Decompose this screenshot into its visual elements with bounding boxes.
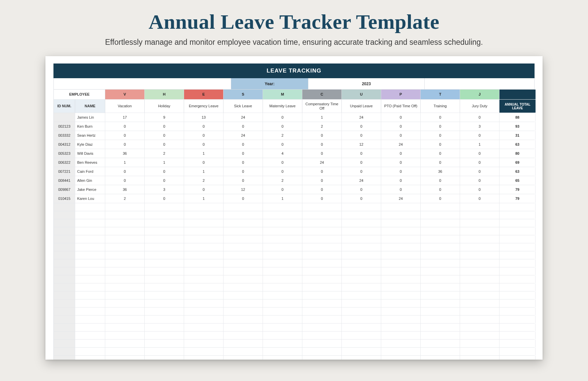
cell-empty[interactable]	[224, 307, 263, 315]
cell-empty[interactable]	[302, 299, 342, 307]
cell-value[interactable]: 0	[302, 176, 342, 185]
cell-value[interactable]: 1	[184, 167, 224, 176]
cell-empty[interactable]	[145, 315, 184, 323]
cell-empty[interactable]	[460, 332, 499, 339]
cell-empty[interactable]	[145, 211, 184, 219]
cell-empty[interactable]	[224, 203, 263, 211]
cell-empty[interactable]	[145, 332, 184, 339]
cell-empty[interactable]	[105, 307, 145, 315]
cell-empty[interactable]	[381, 235, 421, 243]
cell-empty[interactable]	[224, 219, 263, 227]
cell-empty[interactable]	[263, 235, 302, 243]
cell-empty[interactable]	[184, 203, 224, 211]
cell-value[interactable]: 0	[381, 185, 421, 194]
cell-empty[interactable]	[381, 275, 421, 283]
cell-empty[interactable]	[421, 348, 460, 355]
cell-empty[interactable]	[342, 259, 381, 267]
cell-value[interactable]: 0	[460, 185, 499, 194]
cell-empty[interactable]	[302, 283, 342, 291]
cell-empty[interactable]	[460, 315, 499, 323]
cell-empty[interactable]	[184, 340, 224, 347]
cell-empty[interactable]	[460, 251, 499, 259]
cell-empty[interactable]	[381, 283, 421, 291]
cell-empty[interactable]	[342, 211, 381, 219]
cell-empty[interactable]	[342, 275, 381, 283]
cell-value[interactable]: 1	[105, 158, 145, 167]
cell-value[interactable]: 13	[184, 113, 224, 122]
cell-empty[interactable]	[342, 243, 381, 251]
cell-empty[interactable]	[421, 259, 460, 267]
cell-empty[interactable]	[184, 315, 224, 323]
cell-empty[interactable]	[302, 291, 342, 299]
cell-value[interactable]: 0	[263, 122, 302, 131]
cell-empty[interactable]	[381, 251, 421, 259]
cell-empty[interactable]	[381, 259, 421, 267]
cell-empty[interactable]	[224, 315, 263, 323]
cell-empty[interactable]	[145, 243, 184, 251]
cell-value[interactable]: 0	[302, 149, 342, 158]
cell-empty[interactable]	[105, 348, 145, 355]
cell-empty[interactable]	[224, 283, 263, 291]
cell-empty[interactable]	[105, 243, 145, 251]
cell-value[interactable]: 0	[105, 167, 145, 176]
cell-value[interactable]: 0	[145, 131, 184, 140]
cell-value[interactable]: 0	[302, 167, 342, 176]
cell-empty[interactable]	[302, 227, 342, 235]
cell-empty[interactable]	[381, 211, 421, 219]
cell-empty[interactable]	[302, 203, 342, 211]
cell-empty[interactable]	[421, 324, 460, 331]
cell-value[interactable]: 2	[263, 131, 302, 140]
cell-value[interactable]: 0	[145, 176, 184, 185]
cell-value[interactable]: 0	[381, 158, 421, 167]
cell-empty[interactable]	[263, 227, 302, 235]
cell-empty[interactable]	[421, 275, 460, 283]
cell-value[interactable]: 24	[224, 131, 263, 140]
cell-empty[interactable]	[302, 356, 342, 360]
cell-empty[interactable]	[302, 340, 342, 347]
cell-empty[interactable]	[184, 211, 224, 219]
cell-empty[interactable]	[105, 356, 145, 360]
cell-empty[interactable]	[224, 340, 263, 347]
cell-value[interactable]: 0	[381, 167, 421, 176]
cell-value[interactable]: 0	[381, 149, 421, 158]
cell-value[interactable]: 0	[381, 176, 421, 185]
cell-empty[interactable]	[263, 356, 302, 360]
cell-empty[interactable]	[145, 267, 184, 275]
cell-value[interactable]: 0	[302, 185, 342, 194]
cell-value[interactable]: 0	[105, 176, 145, 185]
cell-value[interactable]: 0	[224, 167, 263, 176]
cell-value[interactable]: 24	[381, 194, 421, 203]
cell-empty[interactable]	[302, 315, 342, 323]
cell-empty[interactable]	[184, 243, 224, 251]
cell-value[interactable]: 0	[342, 158, 381, 167]
cell-empty[interactable]	[421, 267, 460, 275]
cell-empty[interactable]	[460, 348, 499, 355]
cell-empty[interactable]	[224, 235, 263, 243]
cell-empty[interactable]	[224, 227, 263, 235]
cell-value[interactable]: 0	[342, 131, 381, 140]
cell-empty[interactable]	[224, 243, 263, 251]
cell-empty[interactable]	[460, 243, 499, 251]
cell-empty[interactable]	[460, 307, 499, 315]
cell-empty[interactable]	[263, 324, 302, 331]
cell-empty[interactable]	[342, 283, 381, 291]
cell-value[interactable]: 0	[263, 140, 302, 149]
cell-empty[interactable]	[302, 211, 342, 219]
cell-value[interactable]: 0	[381, 131, 421, 140]
cell-value[interactable]: 0	[421, 158, 460, 167]
cell-empty[interactable]	[421, 219, 460, 227]
cell-empty[interactable]	[184, 332, 224, 339]
cell-empty[interactable]	[105, 203, 145, 211]
cell-empty[interactable]	[184, 299, 224, 307]
cell-value[interactable]: 1	[302, 113, 342, 122]
cell-empty[interactable]	[421, 283, 460, 291]
cell-value[interactable]: 2	[263, 176, 302, 185]
cell-empty[interactable]	[460, 235, 499, 243]
cell-empty[interactable]	[184, 291, 224, 299]
cell-empty[interactable]	[381, 203, 421, 211]
cell-empty[interactable]	[224, 251, 263, 259]
cell-value[interactable]: 0	[224, 176, 263, 185]
cell-value[interactable]: 0	[224, 158, 263, 167]
cell-empty[interactable]	[263, 243, 302, 251]
cell-empty[interactable]	[184, 324, 224, 331]
